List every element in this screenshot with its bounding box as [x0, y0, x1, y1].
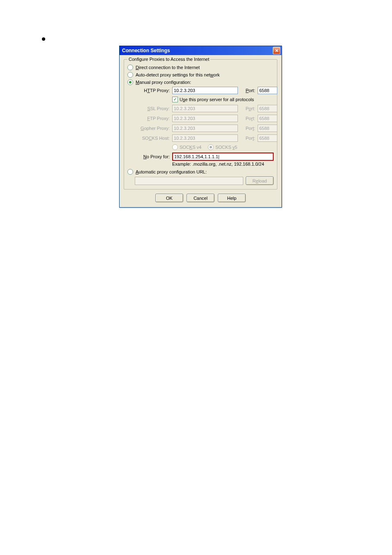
- radio-socks-v4: [172, 144, 178, 150]
- radio-autodetect[interactable]: [127, 72, 133, 78]
- http-port-label: Port:: [240, 88, 255, 93]
- radio-manual-label: Manual proxy configuration:: [136, 80, 191, 85]
- url-reload-row: Reload: [135, 176, 274, 185]
- dialog-title: Connection Settings: [122, 48, 170, 53]
- titlebar[interactable]: Connection Settings ✕: [120, 46, 281, 55]
- socks-port-label: Port:: [240, 136, 255, 141]
- radio-direct[interactable]: [127, 65, 133, 70]
- help-button[interactable]: Help: [218, 194, 246, 202]
- ftp-port-input: [258, 115, 277, 122]
- radio-direct-label: Direct connection to the Internet: [136, 65, 200, 70]
- socks-port-input: [258, 134, 277, 142]
- cancel-button[interactable]: Cancel: [187, 194, 214, 202]
- socks-host-input: [172, 134, 238, 142]
- ssl-port-label: Port:: [240, 106, 255, 111]
- ssl-port-input: [258, 105, 277, 112]
- bullet-marker: [42, 37, 45, 41]
- ssl-proxy-label: SSL Proxy:: [135, 106, 170, 111]
- use-all-label: Use this proxy server for all protocols: [180, 97, 254, 102]
- connection-settings-dialog: Connection Settings ✕ Configure Proxies …: [119, 46, 282, 208]
- radio-autodetect-row[interactable]: Auto-detect proxy settings for this netw…: [127, 72, 274, 78]
- http-proxy-input[interactable]: [172, 87, 238, 94]
- radio-auto-url-label: Automatic proxy configuration URL:: [136, 169, 207, 174]
- http-proxy-label: HTTP Proxy:: [135, 88, 170, 93]
- proxy-grid: HTTP Proxy: Port: Use this proxy server …: [135, 87, 274, 150]
- radio-socks-v5: [208, 144, 214, 150]
- gopher-proxy-input: [172, 125, 238, 132]
- no-proxy-row: No Proxy for:: [135, 153, 274, 161]
- ftp-port-label: Port:: [240, 116, 255, 121]
- gopher-port-label: Port:: [240, 126, 255, 131]
- reload-button: Reload: [246, 176, 274, 185]
- ftp-proxy-label: FTP Proxy:: [135, 116, 170, 121]
- dialog-buttons: OK Cancel Help: [124, 194, 277, 202]
- radio-direct-row[interactable]: Direct connection to the Internet: [127, 65, 274, 70]
- gopher-port-input: [258, 125, 277, 132]
- use-all-checkbox[interactable]: [172, 97, 178, 102]
- close-button[interactable]: ✕: [273, 47, 280, 54]
- http-port-input[interactable]: [258, 87, 277, 94]
- socks-v5-label: SOCKS v5: [215, 145, 237, 150]
- ftp-proxy-input: [172, 115, 238, 122]
- radio-manual[interactable]: [127, 79, 133, 85]
- socks-host-label: SOCKS Host:: [135, 136, 170, 141]
- radio-autodetect-label: Auto-detect proxy settings for this netw…: [136, 72, 220, 77]
- no-proxy-label: No Proxy for:: [135, 154, 170, 159]
- group-title: Configure Proxies to Access the Internet: [127, 57, 210, 62]
- radio-manual-row[interactable]: Manual proxy configuration:: [127, 79, 274, 85]
- no-proxy-input[interactable]: [172, 153, 274, 161]
- ok-button[interactable]: OK: [155, 194, 183, 202]
- example-text: Example: .mozilla.org, .net.nz, 192.168.…: [172, 162, 274, 166]
- socks-version-row: SOCKS v4 SOCKS v5: [172, 144, 277, 150]
- socks-v4-label: SOCKS v4: [180, 145, 201, 150]
- radio-auto-url-row[interactable]: Automatic proxy configuration URL:: [127, 169, 274, 175]
- gopher-proxy-label: Gopher Proxy:: [135, 126, 170, 131]
- dialog-body: Configure Proxies to Access the Internet…: [120, 55, 281, 207]
- radio-auto-url[interactable]: [127, 169, 133, 175]
- configure-proxies-group: Configure Proxies to Access the Internet…: [124, 59, 277, 190]
- use-all-row[interactable]: Use this proxy server for all protocols: [172, 97, 277, 102]
- ssl-proxy-input: [172, 105, 238, 112]
- auto-url-input: [135, 177, 243, 185]
- close-icon: ✕: [275, 49, 279, 53]
